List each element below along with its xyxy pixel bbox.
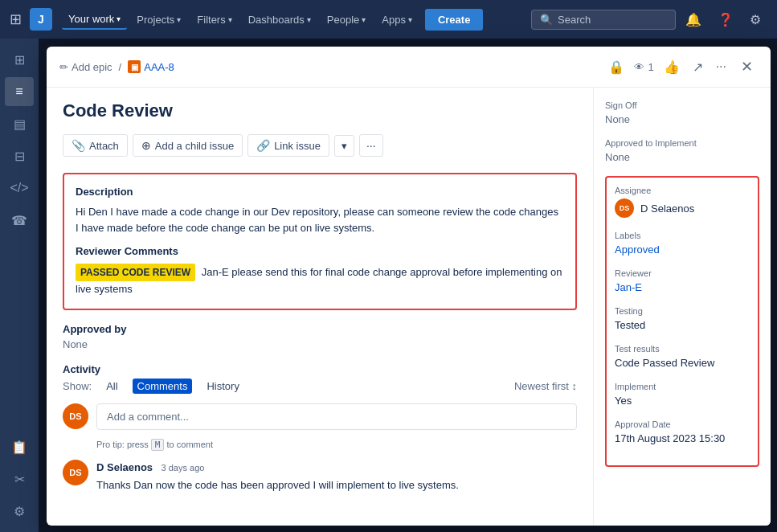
commenter-avatar: DS — [63, 460, 88, 485]
thumbsup-icon[interactable]: 👍 — [660, 58, 683, 76]
testing-value: Tested — [615, 319, 750, 331]
breadcrumb-epic[interactable]: ✏ Add epic — [59, 61, 112, 73]
labels-value[interactable]: Approved — [615, 243, 750, 256]
labels-field: Labels Approved — [615, 231, 750, 256]
toolbar-dropdown-button[interactable]: ▾ — [334, 135, 354, 157]
right-panel: Sign Off None Approved to Implement None… — [594, 88, 771, 526]
toolbar-more-button[interactable]: ··· — [359, 134, 383, 157]
comment-body: Thanks Dan now the code has been approve… — [96, 477, 577, 493]
search-icon: 🔍 — [540, 14, 553, 26]
labels-label: Labels — [615, 231, 750, 240]
reviewer-value[interactable]: Jan-E — [615, 281, 750, 293]
create-button[interactable]: Create — [425, 9, 483, 31]
approval-date-value: 17th August 2023 15:30 — [615, 432, 750, 444]
link-issue-button[interactable]: 🔗 Link issue — [247, 134, 329, 157]
filter-history-button[interactable]: History — [202, 379, 243, 394]
more-options-icon[interactable]: ··· — [713, 58, 730, 76]
sidebar-board-icon[interactable]: ⊟ — [5, 141, 34, 170]
comment-content: D Selaenos 3 days ago Thanks Dan now the… — [96, 460, 577, 493]
sidebar-phone-icon[interactable]: ☎ — [5, 206, 34, 235]
assignee-name[interactable]: D Selaenos — [640, 203, 694, 215]
approved-by-label: Approved by — [63, 323, 577, 335]
sign-off-label: Sign Off — [605, 100, 759, 110]
test-results-field: Test results Code Passed Review — [615, 344, 750, 369]
reviewer-comment: PASSED CODE REVIEW Jan-E please send thi… — [76, 264, 564, 297]
sidebar-grid-icon[interactable]: ▤ — [5, 109, 34, 138]
comment-input-area: DS Add a comment... — [63, 403, 577, 430]
comment-author: D Selaenos — [96, 461, 153, 473]
left-sidebar: ⊞ ≡ ▤ ⊟ </> ☎ 📋 ✂ ⚙ — [0, 39, 39, 532]
approval-date-field: Approval Date 17th August 2023 15:30 — [615, 419, 750, 444]
reviewer-label: Reviewer — [615, 268, 750, 278]
assignee-avatar: DS — [615, 198, 634, 218]
sidebar-home-icon[interactable]: ⊞ — [5, 45, 34, 74]
nav-people[interactable]: People ▾ — [321, 10, 372, 29]
paperclip-icon: 📎 — [72, 139, 85, 152]
filter-all-button[interactable]: All — [101, 379, 122, 394]
description-title: Description — [76, 186, 564, 198]
approved-implement-value: None — [605, 151, 759, 163]
breadcrumb-separator: / — [119, 61, 122, 73]
grid-icon[interactable]: ⊞ — [10, 10, 22, 28]
approval-date-label: Approval Date — [615, 419, 750, 429]
issue-modal: ✏ Add epic / ▣ AAA-8 🔒 👁 1 👍 ↗ ··· ✕ Cod… — [47, 47, 771, 526]
reviewer-title: Reviewer Comments — [76, 245, 564, 257]
assignee-label: Assignee — [615, 186, 750, 195]
sidebar-code-icon[interactable]: </> — [5, 174, 34, 203]
eye-icon: 👁 — [634, 61, 644, 73]
assignee-field: Assignee DS D Selaenos — [615, 186, 750, 218]
sign-off-value: None — [605, 113, 759, 125]
testing-field: Testing Tested — [615, 306, 750, 331]
nav-dashboards[interactable]: Dashboards ▾ — [242, 10, 317, 29]
child-icon: ⊕ — [141, 139, 151, 152]
toolbar: 📎 Attach ⊕ Add a child issue 🔗 Link issu… — [63, 134, 577, 157]
filter-comments-button[interactable]: Comments — [133, 379, 193, 394]
sidebar-list-icon[interactable]: ≡ — [5, 77, 34, 106]
chevron-icon: ▾ — [177, 15, 181, 24]
comment-input[interactable]: Add a comment... — [96, 403, 577, 430]
search-bar[interactable]: 🔍 Search — [531, 10, 676, 30]
pencil-icon: ✏ — [59, 61, 68, 73]
nav-apps[interactable]: Apps ▾ — [375, 10, 419, 29]
watch-button[interactable]: 👁 1 — [634, 61, 653, 73]
link-icon: 🔗 — [256, 139, 270, 152]
pro-tip: Pro tip: press M to comment — [96, 440, 577, 450]
notifications-icon[interactable]: 🔔 — [679, 9, 708, 31]
breadcrumb-issue[interactable]: ▣ AAA-8 — [128, 60, 174, 73]
passed-badge: PASSED CODE REVIEW — [76, 264, 195, 281]
nav-your-work[interactable]: Your work ▾ — [62, 10, 127, 30]
share-icon[interactable]: ↗ — [689, 58, 706, 76]
nav-logo[interactable]: J — [30, 8, 52, 31]
sidebar-cut-icon[interactable]: ✂ — [5, 464, 34, 493]
current-user-avatar: DS — [63, 403, 88, 429]
chevron-icon: ▾ — [117, 14, 121, 23]
description-text: Hi Den I have made a code change in our … — [76, 204, 564, 235]
nav-projects[interactable]: Projects ▾ — [130, 10, 187, 29]
assignee-row: DS D Selaenos — [615, 198, 750, 218]
approved-implement-field: Approved to Implement None — [605, 138, 759, 163]
sort-button[interactable]: Newest first ↕ — [514, 380, 577, 392]
add-child-issue-button[interactable]: ⊕ Add a child issue — [133, 134, 243, 157]
activity-filter-bar: Show: All Comments History Newest first … — [63, 379, 577, 394]
sidebar-settings-icon[interactable]: ⚙ — [5, 497, 34, 526]
issue-type-icon: ▣ — [128, 60, 141, 73]
top-nav: ⊞ J Your work ▾ Projects ▾ Filters ▾ Das… — [0, 0, 777, 39]
attach-button[interactable]: 📎 Attach — [63, 134, 128, 157]
help-icon[interactable]: ❓ — [711, 9, 740, 31]
modal-header: ✏ Add epic / ▣ AAA-8 🔒 👁 1 👍 ↗ ··· ✕ — [47, 47, 771, 88]
nav-filters[interactable]: Filters ▾ — [190, 10, 238, 29]
lock-icon[interactable]: 🔒 — [605, 58, 628, 76]
show-label: Show: — [63, 380, 92, 392]
sidebar-clipboard-icon[interactable]: 📋 — [5, 432, 34, 461]
chevron-icon: ▾ — [362, 15, 366, 24]
comment-time: 3 days ago — [162, 463, 205, 473]
settings-icon[interactable]: ⚙ — [743, 9, 767, 31]
modal-header-actions: 🔒 👁 1 👍 ↗ ··· ✕ — [605, 56, 758, 77]
testing-label: Testing — [615, 306, 750, 316]
implement-value: Yes — [615, 395, 750, 407]
test-results-value: Code Passed Review — [615, 357, 750, 369]
comment-entry: DS D Selaenos 3 days ago Thanks Dan now … — [63, 460, 577, 493]
implement-label: Implement — [615, 382, 750, 391]
reviewer-field: Reviewer Jan-E — [615, 268, 750, 293]
close-button[interactable]: ✕ — [736, 56, 758, 77]
